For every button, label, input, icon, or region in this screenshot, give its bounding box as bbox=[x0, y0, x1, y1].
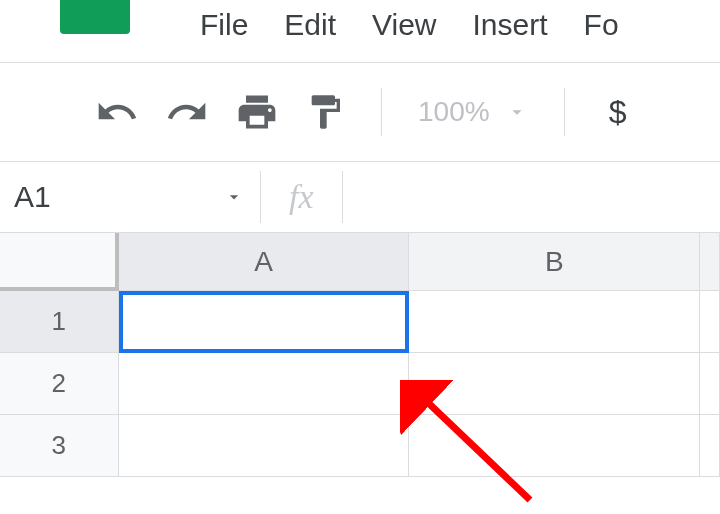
column-header-b[interactable]: B bbox=[409, 233, 700, 291]
cell-a3[interactable] bbox=[119, 415, 410, 477]
chevron-down-icon bbox=[506, 101, 528, 123]
cell-b3[interactable] bbox=[409, 415, 700, 477]
row-1: 1 bbox=[0, 291, 720, 353]
name-box-value: A1 bbox=[14, 180, 51, 214]
cell-c1[interactable] bbox=[700, 291, 720, 353]
redo-icon[interactable] bbox=[165, 90, 209, 134]
separator bbox=[381, 88, 382, 136]
row-header-3[interactable]: 3 bbox=[0, 415, 119, 477]
name-box[interactable]: A1 bbox=[0, 162, 260, 232]
menu-bar: File Edit View Insert Fo bbox=[200, 8, 619, 42]
cell-a2[interactable] bbox=[119, 353, 410, 415]
column-header-c[interactable] bbox=[700, 233, 720, 291]
select-all-corner[interactable] bbox=[0, 233, 119, 291]
chevron-down-icon bbox=[224, 187, 244, 207]
cell-b1[interactable] bbox=[409, 291, 700, 353]
cell-a1[interactable] bbox=[119, 291, 410, 353]
row-header-2[interactable]: 2 bbox=[0, 353, 119, 415]
titlebar-area: File Edit View Insert Fo bbox=[0, 0, 720, 62]
separator bbox=[342, 171, 343, 223]
spreadsheet-grid: A B 1 2 3 bbox=[0, 233, 720, 477]
sheets-logo bbox=[60, 0, 130, 34]
menu-insert[interactable]: Insert bbox=[473, 8, 548, 42]
column-header-a[interactable]: A bbox=[119, 233, 410, 291]
separator bbox=[564, 88, 565, 136]
toolbar: 100% $ bbox=[0, 63, 720, 161]
currency-format-button[interactable]: $ bbox=[609, 94, 627, 131]
column-headers: A B bbox=[0, 233, 720, 291]
print-icon[interactable] bbox=[235, 90, 279, 134]
undo-icon[interactable] bbox=[95, 90, 139, 134]
fx-label: fx bbox=[289, 178, 314, 216]
separator bbox=[260, 171, 261, 223]
row-3: 3 bbox=[0, 415, 720, 477]
menu-view[interactable]: View bbox=[372, 8, 436, 42]
zoom-label: 100% bbox=[418, 96, 490, 128]
row-2: 2 bbox=[0, 353, 720, 415]
cell-c2[interactable] bbox=[700, 353, 720, 415]
cell-b2[interactable] bbox=[409, 353, 700, 415]
menu-file[interactable]: File bbox=[200, 8, 248, 42]
formula-bar: A1 fx bbox=[0, 161, 720, 233]
cell-c3[interactable] bbox=[700, 415, 720, 477]
paint-format-icon[interactable] bbox=[305, 92, 345, 132]
menu-edit[interactable]: Edit bbox=[284, 8, 336, 42]
menu-format[interactable]: Fo bbox=[584, 8, 619, 42]
zoom-dropdown[interactable]: 100% bbox=[418, 96, 528, 128]
row-header-1[interactable]: 1 bbox=[0, 291, 119, 353]
